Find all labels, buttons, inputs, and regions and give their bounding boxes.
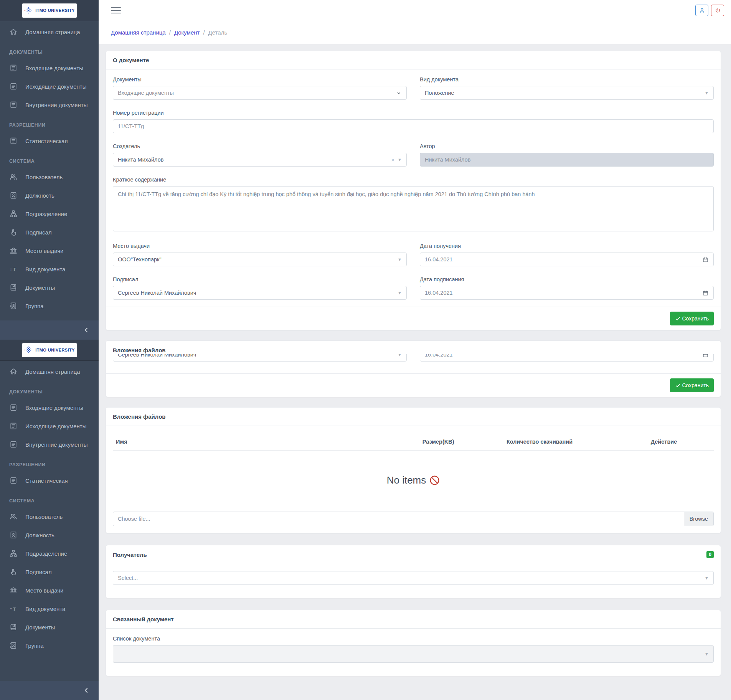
sidebar-item-documents[interactable]: Документы — [0, 278, 99, 297]
sidebar-item-incoming-documents[interactable]: Входящие документы — [0, 59, 99, 77]
user-icon — [699, 7, 705, 14]
sidebar-item-group[interactable]: Группа — [0, 636, 99, 655]
users-icon — [9, 512, 18, 521]
attachments-table: Имя Размер(KB) Количество скачиваний Дей… — [113, 433, 714, 451]
sidebar-item-group[interactable]: Группа — [0, 297, 99, 315]
sign-date-input[interactable]: 16.04.2021 — [420, 286, 714, 300]
attachments-form-card: Вложения файлов Сергеев Николай Михайлов… — [106, 340, 721, 397]
sidebar-item-department[interactable]: Подразделение — [0, 544, 99, 563]
calendar-icon[interactable] — [702, 256, 709, 263]
receive-date-input[interactable]: 16.04.2021 — [420, 253, 714, 266]
sidebar-item-statistics[interactable]: Статистическая — [0, 132, 99, 150]
sidebar-item-label: Подписал — [25, 569, 52, 575]
badge-icon — [9, 531, 18, 539]
column-header-name: Имя — [113, 433, 419, 451]
caret-down-icon: ▼ — [705, 652, 709, 656]
itmo-logo[interactable]: ITMO UNIVERSITY — [22, 343, 77, 357]
sidebar-section-header: ДОКУМЕНТЫ — [0, 381, 99, 398]
sidebar-item-department[interactable]: Подразделение — [0, 205, 99, 223]
doc-icon — [9, 137, 18, 145]
caret-down-icon: ▼ — [398, 157, 402, 162]
sidebar-item-user[interactable]: Пользователь — [0, 168, 99, 186]
sidebar-item-doc-type[interactable]: тТВид документа — [0, 260, 99, 278]
save-button[interactable]: Сохранить — [670, 312, 714, 325]
signer-label: Подписал — [113, 276, 407, 282]
itmo-logo[interactable]: ITMO UNIVERSITY — [22, 3, 77, 18]
summary-textarea[interactable]: Chỉ thị 11/CT-TTg về tăng cường chỉ đạo … — [113, 186, 714, 231]
sidebar-collapse-button[interactable] — [0, 320, 99, 340]
sign-date-label: Дата подписания — [420, 276, 714, 282]
hamburger-menu-icon[interactable] — [111, 5, 121, 15]
sidebar-item-internal-documents[interactable]: Внутренние документы — [0, 435, 99, 454]
sidebar-item-incoming-documents[interactable]: Входящие документы — [0, 398, 99, 417]
sidebar-collapse-button-2[interactable] — [0, 681, 99, 700]
sidebar-item-label: Подписал — [25, 229, 52, 236]
signer-select[interactable]: Сергеев Николай Михайлович ▼ — [113, 286, 407, 300]
sidebar-section-header: ДОКУМЕНТЫ — [0, 41, 99, 59]
clipped-signer-select[interactable]: Сергеев Николай Михайлович ▼ — [113, 354, 407, 362]
card-title: Вложения файлов — [113, 413, 166, 420]
receive-date-label: Дата получения — [420, 243, 714, 249]
author-input-disabled: Никита Михайлов — [420, 153, 714, 167]
card-title: Получатель — [113, 551, 147, 558]
breadcrumb-home-link[interactable]: Домашняя страница — [111, 29, 166, 36]
sidebar-logo-header-2: ITMO UNIVERSITY — [0, 340, 99, 361]
logo-text: ITMO UNIVERSITY — [35, 348, 75, 352]
creator-select[interactable]: Никита Михайлов × ▼ — [113, 153, 407, 167]
org-icon — [9, 549, 18, 558]
sidebar-item-label: Группа — [25, 642, 44, 649]
sidebar-item-position[interactable]: Должность — [0, 186, 99, 205]
card-title: О документе — [113, 57, 149, 63]
sidebar-item-home[interactable]: Домашняя страница — [0, 362, 99, 381]
sidebar-item-label: Группа — [25, 303, 44, 309]
doc-icon — [9, 64, 18, 72]
calendar-icon[interactable] — [702, 290, 709, 296]
sidebar-item-doc-type[interactable]: тТВид документа — [0, 599, 99, 618]
svg-text:т: т — [10, 607, 12, 611]
sidebar-item-issue-place[interactable]: Место выдачи — [0, 241, 99, 260]
sidebar-item-label: Документы — [25, 284, 55, 291]
clipped-date-input[interactable]: 16.04.2021 — [420, 354, 714, 362]
hand-icon — [9, 228, 18, 236]
related-document-card: Связанный документ Список документа ▼ — [106, 610, 721, 676]
file-upload-input[interactable]: Choose file... Browse — [113, 512, 714, 526]
clipped-form-row: Сергеев Николай Михайлович ▼ 16.04.2021 — [113, 354, 714, 362]
logout-button[interactable] — [711, 5, 724, 16]
reg-number-input[interactable]: 11/CT-TTg — [113, 119, 714, 133]
calendar-icon — [702, 354, 709, 358]
sidebar-item-user[interactable]: Пользователь — [0, 507, 99, 526]
svg-text:т: т — [10, 267, 12, 271]
creator-label: Создатель — [113, 143, 407, 149]
card-header: Получатель 0 — [106, 545, 721, 564]
profile-button[interactable] — [695, 5, 708, 16]
sidebar-item-signer[interactable]: Подписал — [0, 223, 99, 241]
clear-icon[interactable]: × — [391, 157, 394, 163]
sidebar-item-home[interactable]: Домашняя страница — [0, 23, 99, 41]
sidebar-item-outgoing-documents[interactable]: Исходящие документы — [0, 77, 99, 96]
documents-select[interactable]: Входящие документы — [113, 86, 407, 100]
sidebar-item-label: Исходящие документы — [25, 83, 86, 90]
type-icon: тТ — [9, 265, 18, 273]
recipient-select[interactable]: Select... ▼ — [113, 571, 714, 585]
breadcrumb-document-link[interactable]: Документ — [174, 29, 200, 36]
card-header: О документе — [106, 51, 721, 69]
about-document-card: О документе Документы Входящие документы… — [106, 51, 721, 330]
sidebar-item-documents[interactable]: Документы — [0, 618, 99, 636]
sidebar-item-signer[interactable]: Подписал — [0, 563, 99, 581]
sidebar-item-statistics[interactable]: Статистическая — [0, 471, 99, 490]
save-button[interactable]: Сохранить — [670, 378, 714, 392]
issue-place-select[interactable]: ООО"Технопарк" ▼ — [113, 253, 407, 266]
doc-type-select[interactable]: Положение ▼ — [420, 86, 714, 100]
logo-text: ITMO UNIVERSITY — [35, 8, 75, 13]
column-header-action: Действие — [648, 433, 714, 451]
sidebar-item-internal-documents[interactable]: Внутренние документы — [0, 96, 99, 114]
sidebar-item-label: Должность — [25, 532, 54, 538]
sidebar-item-outgoing-documents[interactable]: Исходящие документы — [0, 417, 99, 435]
idcard-icon — [9, 302, 18, 310]
sidebar-item-issue-place[interactable]: Место выдачи — [0, 581, 99, 599]
itmo-dots-icon — [24, 6, 33, 15]
sidebar-item-position[interactable]: Должность — [0, 526, 99, 544]
issue-place-label: Место выдачи — [113, 243, 407, 249]
browse-button[interactable]: Browse — [684, 512, 713, 526]
doc-icon — [9, 476, 18, 485]
